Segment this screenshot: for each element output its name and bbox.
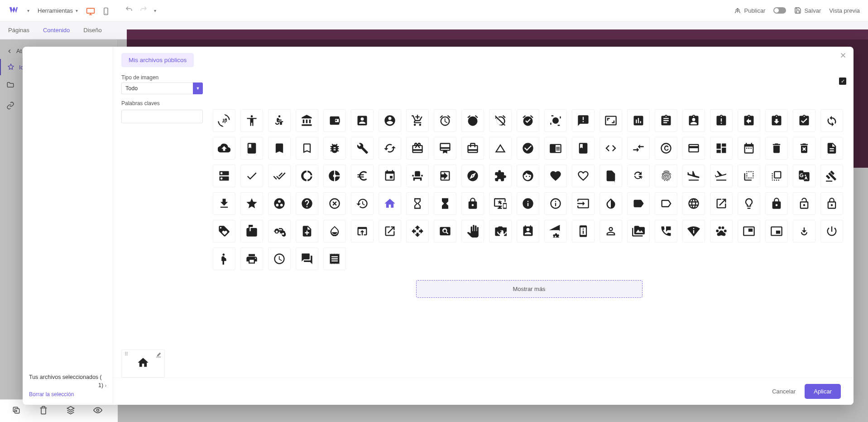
icon-g-translate[interactable] bbox=[793, 165, 815, 187]
show-more-button[interactable]: Mostrar más bbox=[416, 280, 643, 298]
icon-open-in-browser[interactable] bbox=[351, 220, 374, 243]
icon-find-in-page[interactable] bbox=[599, 165, 622, 187]
icon-dns[interactable] bbox=[213, 165, 235, 187]
icon-bookmark[interactable] bbox=[268, 137, 291, 160]
icon-history[interactable] bbox=[351, 192, 374, 215]
icon-extension[interactable] bbox=[489, 165, 512, 187]
icon-perm-media[interactable] bbox=[627, 220, 650, 243]
icon-bookmark-border[interactable] bbox=[296, 137, 318, 160]
tab-design[interactable]: Diseño bbox=[83, 27, 101, 34]
icon-done[interactable] bbox=[240, 165, 263, 187]
icon-group-work[interactable] bbox=[268, 192, 291, 215]
trash-icon[interactable] bbox=[39, 406, 48, 417]
icon-3d-rotation[interactable] bbox=[213, 109, 235, 132]
icon-grade[interactable] bbox=[240, 192, 263, 215]
icon-alarm[interactable] bbox=[434, 109, 456, 132]
icon-donut-large[interactable] bbox=[296, 165, 318, 187]
icon-pregnant-woman[interactable] bbox=[213, 247, 235, 270]
icon-help[interactable] bbox=[296, 192, 318, 215]
icon-opacity[interactable] bbox=[323, 220, 346, 243]
icon-date-range[interactable] bbox=[738, 137, 760, 160]
image-type-select[interactable]: Todo ▼ bbox=[121, 82, 203, 94]
icon-get-app[interactable] bbox=[213, 192, 235, 215]
logo-chevron-icon[interactable]: ▾ bbox=[27, 8, 29, 13]
icon-account-balance-wallet[interactable] bbox=[323, 109, 346, 132]
icon-check-circle[interactable] bbox=[517, 137, 539, 160]
icon-markunread-mailbox[interactable] bbox=[240, 220, 263, 243]
icon-exit-to-app[interactable] bbox=[434, 165, 456, 187]
desktop-device-icon[interactable] bbox=[86, 7, 95, 14]
icon-account-balance[interactable] bbox=[296, 109, 318, 132]
tab-content[interactable]: Contenido bbox=[43, 27, 70, 34]
icon-find-replace[interactable] bbox=[627, 165, 650, 187]
icon-perm-phone-msg[interactable] bbox=[655, 220, 677, 243]
icon-label[interactable] bbox=[627, 192, 650, 215]
icon-important-devices[interactable] bbox=[489, 192, 512, 215]
cancel-button[interactable]: Cancelar bbox=[772, 388, 796, 395]
icon-event[interactable] bbox=[379, 165, 401, 187]
icon-play-for-work[interactable] bbox=[793, 220, 815, 243]
icon-print[interactable] bbox=[240, 247, 263, 270]
icon-all-out[interactable] bbox=[544, 109, 567, 132]
undo-icon[interactable] bbox=[125, 5, 133, 15]
icon-compare-arrows[interactable] bbox=[627, 137, 650, 160]
preview-button[interactable]: Vista previa bbox=[829, 7, 860, 14]
icon-open-with[interactable] bbox=[406, 220, 429, 243]
icon-autorenew[interactable] bbox=[820, 109, 843, 132]
icon-accessible[interactable] bbox=[268, 109, 291, 132]
icon-flight-land[interactable] bbox=[682, 165, 705, 187]
icon-lock-outline[interactable] bbox=[820, 192, 843, 215]
icon-card-giftcard[interactable] bbox=[406, 137, 429, 160]
icon-perm-scan-wifi[interactable] bbox=[682, 220, 705, 243]
icon-note-add[interactable] bbox=[296, 220, 318, 243]
icon-perm-contact-calendar[interactable] bbox=[517, 220, 539, 243]
redo-icon[interactable] bbox=[139, 5, 148, 15]
icon-alarm-off[interactable] bbox=[489, 109, 512, 132]
icon-account-circle[interactable] bbox=[379, 109, 401, 132]
icon-favorite-border[interactable] bbox=[572, 165, 595, 187]
icon-euro-symbol[interactable] bbox=[351, 165, 374, 187]
icon-alarm-add[interactable] bbox=[461, 109, 484, 132]
icon-copyright[interactable] bbox=[655, 137, 677, 160]
icon-description[interactable] bbox=[820, 137, 843, 160]
select-all-checkbox[interactable]: ✓ bbox=[839, 78, 846, 85]
icon-picture-in-picture[interactable] bbox=[738, 220, 760, 243]
icon-info[interactable] bbox=[517, 192, 539, 215]
tools-menu[interactable]: Herramientas ▾ bbox=[38, 7, 78, 14]
icon-favorite[interactable] bbox=[544, 165, 567, 187]
icon-lightbulb-outline[interactable] bbox=[738, 192, 760, 215]
tab-pages[interactable]: Páginas bbox=[8, 27, 29, 34]
icon-chrome-reader-mode[interactable] bbox=[544, 137, 567, 160]
icon-power-settings-new[interactable] bbox=[820, 220, 843, 243]
icon-flip-to-back[interactable] bbox=[738, 165, 760, 187]
icon-assignment-ind[interactable] bbox=[682, 109, 705, 132]
icon-flight-takeoff[interactable] bbox=[710, 165, 733, 187]
icon-delete[interactable] bbox=[765, 137, 788, 160]
drag-handle-icon[interactable]: ⠿ bbox=[125, 351, 129, 357]
icon-launch[interactable] bbox=[710, 192, 733, 215]
icon-code[interactable] bbox=[599, 137, 622, 160]
icon-https[interactable] bbox=[461, 192, 484, 215]
icon-hourglass-empty[interactable] bbox=[406, 192, 429, 215]
icon-input[interactable] bbox=[572, 192, 595, 215]
icon-receipt[interactable] bbox=[323, 247, 346, 270]
icon-open-in-new[interactable] bbox=[379, 220, 401, 243]
icon-bug-report[interactable] bbox=[323, 137, 346, 160]
icon-card-travel[interactable] bbox=[461, 137, 484, 160]
icon-language[interactable] bbox=[682, 192, 705, 215]
icon-label-outline[interactable] bbox=[655, 192, 677, 215]
icon-dashboard[interactable] bbox=[710, 137, 733, 160]
icon-perm-camera-mic[interactable] bbox=[489, 220, 512, 243]
selected-icon-card[interactable]: ⠿ bbox=[121, 349, 165, 378]
icon-info-outline[interactable] bbox=[544, 192, 567, 215]
duplicate-icon[interactable] bbox=[12, 406, 21, 417]
icon-pan-tool[interactable] bbox=[461, 220, 484, 243]
icon-lock-open[interactable] bbox=[793, 192, 815, 215]
icon-picture-in-picture-alt[interactable] bbox=[765, 220, 788, 243]
icon-highlight-off[interactable] bbox=[323, 192, 346, 215]
icon-motorcycle[interactable] bbox=[268, 220, 291, 243]
icon-book[interactable] bbox=[240, 137, 263, 160]
icon-class[interactable] bbox=[572, 137, 595, 160]
icon-delete-forever[interactable] bbox=[793, 137, 815, 160]
layers-icon[interactable] bbox=[66, 406, 75, 417]
